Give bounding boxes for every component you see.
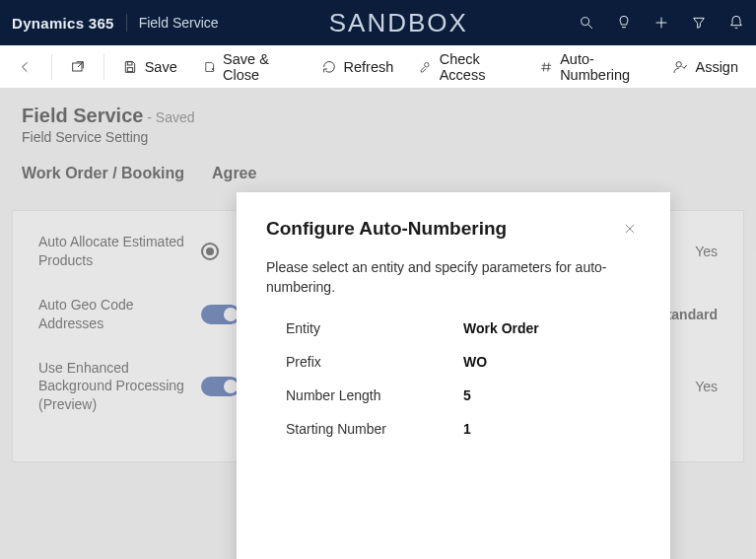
auto-numbering-dialog: Configure Auto-Numbering Please select a…: [237, 192, 670, 559]
top-nav: Dynamics 365 Field Service SANDBOX: [0, 0, 756, 45]
svg-rect-7: [127, 61, 132, 64]
svg-point-9: [425, 62, 429, 66]
svg-point-14: [676, 61, 681, 66]
check-access-button[interactable]: Check Access: [409, 45, 523, 89]
command-bar: Save Save & Close Refresh Check Access A…: [0, 45, 756, 89]
assign-label: Assign: [695, 59, 738, 75]
svg-point-0: [582, 18, 589, 26]
back-button[interactable]: [8, 53, 43, 81]
brand-label[interactable]: Dynamics 365: [12, 15, 114, 32]
svg-line-1: [588, 25, 592, 29]
add-icon[interactable]: [653, 15, 669, 31]
open-new-window-button[interactable]: [60, 53, 96, 81]
prefix-value[interactable]: WO: [463, 354, 487, 370]
dialog-close-button[interactable]: [619, 218, 641, 243]
search-icon[interactable]: [579, 15, 594, 31]
app-root: Dynamics 365 Field Service SANDBOX: [0, 0, 756, 559]
filter-icon[interactable]: [691, 15, 707, 31]
cmdbar-separator: [103, 54, 104, 80]
prefix-label: Prefix: [286, 354, 463, 370]
dialog-description: Please select an entity and specify para…: [266, 258, 621, 297]
save-close-button[interactable]: Save & Close: [193, 45, 306, 89]
assistant-icon[interactable]: [616, 15, 632, 31]
svg-rect-8: [127, 67, 132, 71]
starting-number-label: Starting Number: [286, 421, 463, 437]
notification-icon[interactable]: [728, 15, 744, 31]
auto-numbering-label: Auto-Numbering: [560, 51, 647, 83]
assign-button[interactable]: Assign: [662, 53, 748, 81]
entity-label: Entity: [286, 320, 463, 336]
nav-divider: [126, 14, 127, 32]
svg-line-11: [548, 62, 549, 71]
auto-numbering-button[interactable]: Auto-Numbering: [530, 45, 657, 89]
refresh-button[interactable]: Refresh: [311, 53, 404, 81]
svg-line-10: [543, 62, 544, 71]
starting-number-value[interactable]: 1: [463, 421, 471, 437]
refresh-label: Refresh: [344, 59, 394, 75]
save-button[interactable]: Save: [112, 53, 187, 81]
number-length-value[interactable]: 5: [463, 387, 471, 403]
number-length-label: Number Length: [286, 387, 463, 403]
check-access-label: Check Access: [440, 51, 515, 83]
save-close-label: Save & Close: [223, 51, 295, 83]
sandbox-watermark: SANDBOX: [219, 8, 579, 38]
entity-value[interactable]: Work Order: [463, 320, 539, 336]
cmdbar-separator: [51, 54, 52, 80]
app-name-label[interactable]: Field Service: [139, 15, 219, 31]
dialog-title: Configure Auto-Numbering: [266, 218, 619, 240]
save-label: Save: [145, 59, 177, 75]
